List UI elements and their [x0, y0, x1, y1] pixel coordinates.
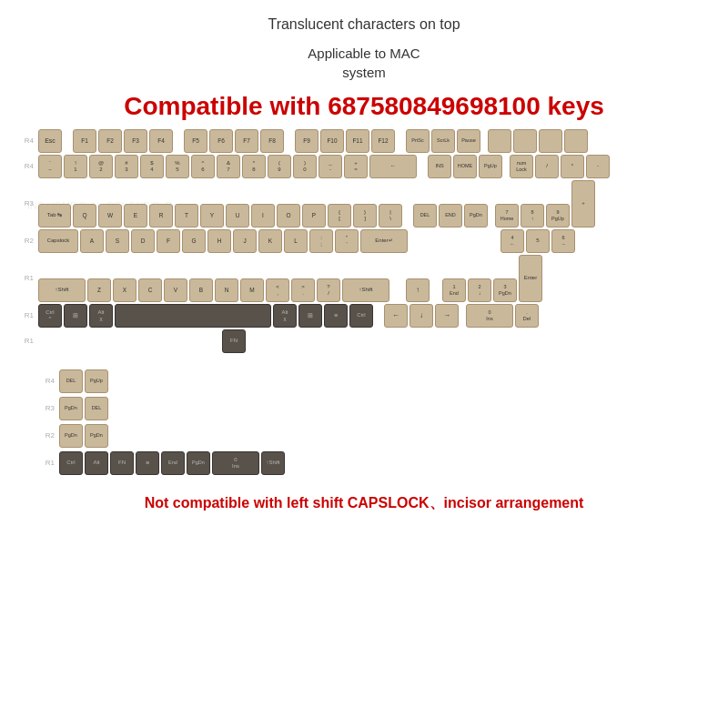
key-capslock[interactable]: Capslock: [38, 229, 78, 253]
key-menu[interactable]: ≡: [324, 304, 348, 328]
key-pgdn[interactable]: PgDn: [464, 204, 488, 228]
key-f9[interactable]: F9: [295, 129, 318, 153]
key-numminus[interactable]: -: [586, 155, 610, 178]
key-rwin[interactable]: ⊞: [298, 304, 322, 328]
key-uparrow[interactable]: ↑: [406, 278, 430, 302]
key-w[interactable]: W: [98, 204, 122, 228]
key-rightarrow[interactable]: →: [435, 304, 459, 328]
extra-pgup[interactable]: PgUp: [85, 369, 108, 393]
key-p[interactable]: P: [302, 204, 326, 228]
key-num1[interactable]: 1End: [442, 278, 466, 302]
key-num7[interactable]: 7Home: [495, 204, 519, 228]
key-extra4[interactable]: [564, 129, 588, 153]
key-g[interactable]: G: [182, 229, 206, 253]
key-6[interactable]: ^6: [191, 155, 215, 178]
key-fn[interactable]: FN: [222, 329, 246, 353]
key-slash[interactable]: ?/: [317, 278, 340, 302]
key-end[interactable]: END: [439, 204, 462, 228]
key-f3[interactable]: F3: [124, 129, 147, 153]
key-prtsc[interactable]: PrtSc: [406, 129, 430, 153]
key-numplus[interactable]: +: [571, 180, 595, 228]
key-f7[interactable]: F7: [235, 129, 258, 153]
key-f4[interactable]: F4: [149, 129, 173, 153]
key-pgup[interactable]: PgUp: [479, 155, 502, 178]
key-num2[interactable]: 2↓: [468, 278, 491, 302]
key-num8[interactable]: 8↑: [521, 204, 544, 228]
key-equals[interactable]: +=: [344, 155, 368, 178]
key-comma[interactable]: <,: [266, 278, 289, 302]
key-semicolon[interactable]: :;: [309, 229, 333, 253]
key-m[interactable]: M: [240, 278, 264, 302]
extra-pgdn4[interactable]: PgDn: [187, 451, 210, 475]
key-z[interactable]: Z: [87, 278, 111, 302]
key-n[interactable]: N: [215, 278, 238, 302]
extra-end[interactable]: End: [161, 451, 185, 475]
key-scrlk[interactable]: ScrLk: [431, 129, 455, 153]
key-minus[interactable]: _-: [318, 155, 342, 178]
key-k[interactable]: K: [258, 229, 282, 253]
key-o[interactable]: O: [277, 204, 300, 228]
key-num3[interactable]: 3PgDn: [493, 278, 517, 302]
key-num0[interactable]: 0Ins: [466, 304, 513, 328]
key-rctrl[interactable]: Ctrl: [349, 304, 373, 328]
extra-ctrl[interactable]: Ctrl: [59, 451, 83, 475]
key-s[interactable]: S: [106, 229, 129, 253]
key-l[interactable]: L: [284, 229, 308, 253]
key-u[interactable]: U: [226, 204, 249, 228]
key-num6[interactable]: 6→: [551, 229, 575, 253]
key-numlock[interactable]: numLock: [510, 155, 533, 178]
key-quote[interactable]: "': [335, 229, 359, 253]
extra-shift[interactable]: ↑Shift: [261, 451, 285, 475]
key-backspace[interactable]: ←: [369, 155, 417, 178]
key-i[interactable]: I: [251, 204, 275, 228]
key-j[interactable]: J: [233, 229, 257, 253]
key-y[interactable]: Y: [200, 204, 224, 228]
key-f12[interactable]: F12: [371, 129, 395, 153]
key-t[interactable]: T: [175, 204, 198, 228]
key-period[interactable]: >.: [291, 278, 315, 302]
key-esc[interactable]: Esc: [38, 129, 62, 153]
key-extra2[interactable]: [513, 129, 537, 153]
extra-del2[interactable]: DEL: [85, 397, 108, 420]
key-ralt[interactable]: Altχ: [273, 304, 297, 328]
key-tab[interactable]: Tab ↹: [38, 204, 71, 228]
key-rbracket[interactable]: }]: [353, 204, 377, 228]
key-numenter[interactable]: Enter: [519, 255, 542, 302]
key-4[interactable]: $4: [140, 155, 164, 178]
key-backslash[interactable]: |\: [379, 204, 402, 228]
key-f8[interactable]: F8: [260, 129, 284, 153]
key-f1[interactable]: F1: [73, 129, 96, 153]
key-3[interactable]: #3: [115, 155, 138, 178]
extra-del[interactable]: DEL: [59, 369, 83, 393]
key-9[interactable]: (9: [268, 155, 291, 178]
extra-0[interactable]: 0Ins: [212, 451, 259, 475]
key-a[interactable]: A: [80, 229, 104, 253]
key-e[interactable]: E: [124, 204, 147, 228]
key-extra1[interactable]: [488, 129, 511, 153]
extra-menu[interactable]: ≡: [136, 451, 159, 475]
extra-pgdn[interactable]: PgDn: [59, 397, 83, 420]
key-7[interactable]: &7: [217, 155, 240, 178]
key-q[interactable]: Q: [73, 204, 96, 228]
extra-pgdn3[interactable]: PgDn: [85, 424, 108, 448]
key-extra3[interactable]: [539, 129, 562, 153]
extra-fn[interactable]: FN: [110, 451, 134, 475]
key-leftarrow[interactable]: ←: [384, 304, 408, 328]
key-b[interactable]: B: [189, 278, 213, 302]
key-numstar[interactable]: *: [561, 155, 584, 178]
key-8[interactable]: *8: [242, 155, 266, 178]
key-num5[interactable]: 5: [526, 229, 550, 253]
key-space[interactable]: [115, 304, 271, 328]
key-backtick[interactable]: `~: [38, 155, 62, 178]
key-downarrow[interactable]: ↓: [410, 304, 433, 328]
key-d[interactable]: D: [131, 229, 155, 253]
key-lbracket[interactable]: {[: [328, 204, 351, 228]
key-1[interactable]: !1: [64, 155, 87, 178]
key-f6[interactable]: F6: [209, 129, 233, 153]
key-5[interactable]: %5: [166, 155, 189, 178]
extra-pgdn2[interactable]: PgDn: [59, 424, 83, 448]
key-v[interactable]: V: [164, 278, 187, 302]
key-del[interactable]: DEL: [413, 204, 437, 228]
key-f10[interactable]: F10: [320, 129, 344, 153]
key-home[interactable]: HOME: [453, 155, 477, 178]
